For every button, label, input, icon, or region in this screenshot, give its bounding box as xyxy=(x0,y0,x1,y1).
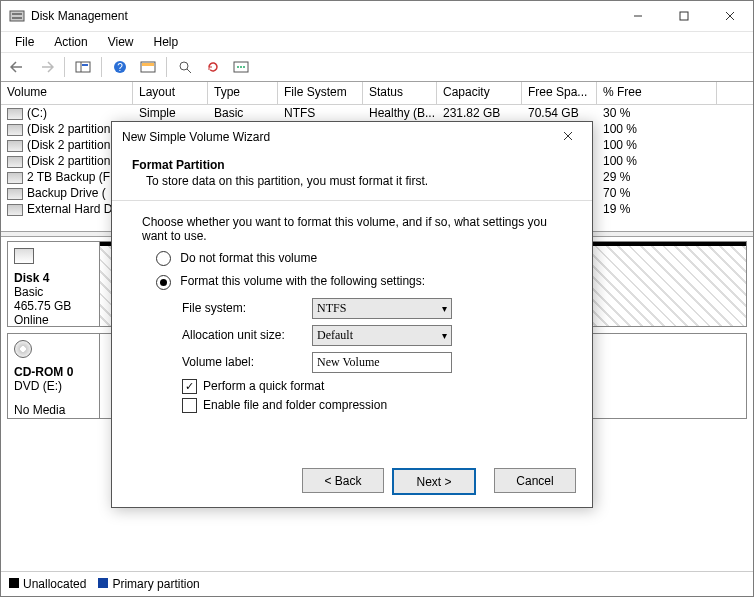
menu-help[interactable]: Help xyxy=(146,33,187,51)
radio-icon xyxy=(156,251,171,266)
menubar: File Action View Help xyxy=(1,32,753,52)
svg-point-14 xyxy=(180,62,188,70)
minimize-button[interactable] xyxy=(615,1,661,31)
window-title: Disk Management xyxy=(31,9,615,23)
radio-do-not-format[interactable]: Do not format this volume xyxy=(156,251,562,266)
checkbox-icon: ✓ xyxy=(182,379,197,394)
label-volume-label: Volume label: xyxy=(182,355,312,369)
chevron-down-icon: ▾ xyxy=(442,330,447,341)
volume-icon xyxy=(7,124,23,136)
col-layout[interactable]: Layout xyxy=(133,82,208,104)
cdrom-type: DVD (E:) xyxy=(14,379,93,393)
col-capacity[interactable]: Capacity xyxy=(437,82,522,104)
svg-text:?: ? xyxy=(117,62,123,73)
svg-point-19 xyxy=(243,66,245,68)
maximize-button[interactable] xyxy=(661,1,707,31)
help-icon[interactable]: ? xyxy=(107,55,133,79)
checkbox-quick-format[interactable]: ✓ Perform a quick format xyxy=(182,379,562,394)
disk-size: 465.75 GB xyxy=(14,299,93,313)
toolbar: ? xyxy=(1,52,753,82)
cancel-button[interactable]: Cancel xyxy=(494,468,576,493)
volume-icon xyxy=(7,204,23,216)
menu-action[interactable]: Action xyxy=(46,33,95,51)
wizard-heading: Format Partition xyxy=(132,158,225,172)
allocation-size-select[interactable]: Default▾ xyxy=(312,325,452,346)
legend-unallocated: Unallocated xyxy=(9,577,86,591)
search-icon[interactable] xyxy=(172,55,198,79)
radio-format-with-settings[interactable]: Format this volume with the following se… xyxy=(156,274,562,289)
col-fs[interactable]: File System xyxy=(278,82,363,104)
wizard-prompt: Choose whether you want to format this v… xyxy=(142,215,562,243)
legend-primary: Primary partition xyxy=(98,577,199,591)
checkbox-label: Perform a quick format xyxy=(203,379,324,393)
wizard-subheading: To store data on this partition, you mus… xyxy=(146,174,572,188)
col-type[interactable]: Type xyxy=(208,82,278,104)
back-button[interactable]: < Back xyxy=(302,468,384,493)
col-free[interactable]: Free Spa... xyxy=(522,82,597,104)
close-button[interactable] xyxy=(707,1,753,31)
volume-label-input[interactable] xyxy=(312,352,452,373)
legend: Unallocated Primary partition xyxy=(1,571,753,596)
titlebar: Disk Management xyxy=(1,1,753,32)
svg-rect-9 xyxy=(82,64,88,66)
show-hide-tree-icon[interactable] xyxy=(70,55,96,79)
table-row[interactable]: (C:)SimpleBasicNTFSHealthy (B...231.82 G… xyxy=(1,105,753,121)
radio-icon xyxy=(156,275,171,290)
refresh-icon[interactable] xyxy=(200,55,226,79)
cdrom-icon xyxy=(14,340,32,358)
menu-view[interactable]: View xyxy=(100,33,142,51)
col-volume[interactable]: Volume xyxy=(1,82,133,104)
svg-rect-0 xyxy=(10,11,24,21)
cdrom-info: CD-ROM 0 DVD (E:) No Media xyxy=(8,334,100,418)
svg-rect-4 xyxy=(680,12,688,20)
volume-icon xyxy=(7,156,23,168)
svg-point-17 xyxy=(237,66,239,68)
svg-rect-7 xyxy=(76,62,90,72)
disk-mgmt-icon xyxy=(9,8,25,24)
back-icon[interactable] xyxy=(5,55,31,79)
label-allocation-size: Allocation unit size: xyxy=(182,328,312,342)
svg-rect-13 xyxy=(142,63,154,66)
wizard-title: New Simple Volume Wizard xyxy=(122,130,554,144)
disk-icon xyxy=(14,248,34,264)
next-button[interactable]: Next > xyxy=(392,468,476,495)
radio-label: Format this volume with the following se… xyxy=(180,274,425,288)
main-window: Disk Management File Action View Help ? … xyxy=(0,0,754,597)
properties-icon[interactable] xyxy=(228,55,254,79)
disk-title: Disk 4 xyxy=(14,271,93,285)
cdrom-title: CD-ROM 0 xyxy=(14,365,93,379)
svg-point-18 xyxy=(240,66,242,68)
volume-icon xyxy=(7,188,23,200)
wizard-close-button[interactable] xyxy=(554,130,582,144)
volume-icon xyxy=(7,108,23,120)
col-pctfree[interactable]: % Free xyxy=(597,82,717,104)
svg-line-15 xyxy=(187,69,191,73)
svg-rect-1 xyxy=(12,13,22,15)
wizard-header: Format Partition To store data on this p… xyxy=(112,152,592,201)
file-system-select[interactable]: NTFS▾ xyxy=(312,298,452,319)
radio-label: Do not format this volume xyxy=(180,251,317,265)
disk-info: Disk 4 Basic 465.75 GB Online xyxy=(8,242,100,326)
svg-rect-2 xyxy=(12,17,22,19)
volume-icon xyxy=(7,172,23,184)
checkbox-label: Enable file and folder compression xyxy=(203,398,387,412)
menu-file[interactable]: File xyxy=(7,33,42,51)
label-file-system: File system: xyxy=(182,301,312,315)
col-status[interactable]: Status xyxy=(363,82,437,104)
checkbox-icon xyxy=(182,398,197,413)
settings-top-icon[interactable] xyxy=(135,55,161,79)
cdrom-state: No Media xyxy=(14,403,93,417)
disk-type: Basic xyxy=(14,285,93,299)
new-volume-wizard: New Simple Volume Wizard Format Partitio… xyxy=(111,121,593,508)
checkbox-compression[interactable]: Enable file and folder compression xyxy=(182,398,562,413)
volume-list-header: Volume Layout Type File System Status Ca… xyxy=(1,82,753,105)
chevron-down-icon: ▾ xyxy=(442,303,447,314)
disk-state: Online xyxy=(14,313,93,327)
volume-icon xyxy=(7,140,23,152)
forward-icon[interactable] xyxy=(33,55,59,79)
